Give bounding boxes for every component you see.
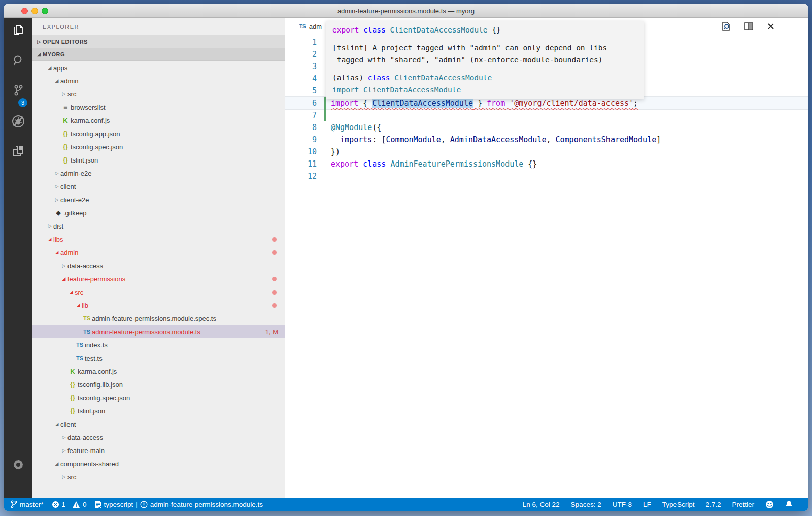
line-number: 3 (285, 62, 317, 71)
scm-changes-badge: 3 (18, 98, 27, 107)
tree-item-src[interactable]: ▷src (32, 470, 285, 483)
code-line-9[interactable]: 9 imports: [CommonModule, AdminDataAcces… (285, 134, 808, 146)
activity-bar: 3 (4, 18, 32, 498)
error-dot-badge (272, 237, 277, 242)
tree-item-tsconfig.spec.json[interactable]: {}tsconfig.spec.json (32, 140, 285, 153)
source-control-icon[interactable] (11, 83, 25, 98)
line-number: 11 (285, 159, 317, 169)
chevron-right-icon: ▷ (60, 448, 67, 453)
linter-status-item[interactable]: typescript | admin-feature-permissions.m… (95, 500, 263, 508)
tree-item-admin[interactable]: ◢admin (32, 74, 285, 87)
file-tree: ◢apps◢admin▷src≡browserslistKkarma.conf.… (32, 61, 285, 483)
tree-item-karma.conf.js[interactable]: Kkarma.conf.js (32, 365, 285, 378)
tree-item-feature-main[interactable]: ▷feature-main (32, 444, 285, 457)
tree-item-admin[interactable]: ◢admin (32, 246, 285, 259)
tree-item-src[interactable]: ▷src (32, 87, 285, 101)
linter-icon (95, 500, 101, 508)
vscode-window: admin-feature-permissions.module.ts — my… (4, 4, 808, 511)
tree-item-feature-permissions[interactable]: ◢feature-permissions (32, 272, 285, 285)
tree-item-label: libs (53, 236, 63, 243)
tree-item-tslint.json[interactable]: {}tslint.json (32, 153, 285, 167)
formatter-item[interactable]: Prettier (732, 501, 754, 508)
tree-item-label: browserslist (71, 104, 106, 111)
problems-item[interactable]: 1 0 (52, 501, 87, 508)
workspace-root-header[interactable]: ◢ MYORG (32, 48, 285, 61)
list-file-icon: ≡ (60, 103, 71, 111)
line-number: 2 (285, 50, 317, 59)
tree-item-label: client-e2e (60, 196, 89, 204)
tree-item-label: admin-feature-permissions.module.spec.ts (92, 315, 216, 322)
karma-file-icon: K (67, 368, 78, 375)
git-branch-item[interactable]: master* (10, 500, 44, 508)
line-number: 8 (285, 123, 317, 132)
tree-item-label: tslint.json (78, 407, 105, 415)
info-icon (140, 501, 148, 508)
tree-item-admin-e2e[interactable]: ▷admin-e2e (32, 167, 285, 180)
tree-item-test.ts[interactable]: TStest.ts (32, 351, 285, 365)
cursor-position-item[interactable]: Ln 6, Col 22 (523, 501, 560, 508)
search-icon[interactable] (11, 53, 25, 68)
open-editors-header[interactable]: ▷ OPEN EDITORS (32, 35, 285, 48)
editor-actions (721, 21, 776, 32)
desktop: admin-feature-permissions.module.ts — my… (0, 0, 812, 516)
window-title: admin-feature-permissions.module.ts — my… (4, 7, 808, 15)
tree-item-label: admin-e2e (60, 170, 91, 177)
tree-item-browserslist[interactable]: ≡browserslist (32, 101, 285, 114)
tree-item-tslint.json[interactable]: {}tslint.json (32, 404, 285, 417)
feedback-item[interactable] (765, 500, 774, 509)
notifications-item[interactable] (785, 500, 793, 509)
files-icon[interactable] (11, 23, 25, 37)
tree-item-data-access[interactable]: ▷data-access (32, 431, 285, 444)
chevron-down-icon: ◢ (53, 461, 60, 466)
tree-item-dist[interactable]: ▷dist (32, 219, 285, 233)
tree-item-client-e2e[interactable]: ▷client-e2e (32, 193, 285, 206)
sidebar-title: EXPLORER (32, 18, 285, 35)
tree-item-tsconfig.lib.json[interactable]: {}tsconfig.lib.json (32, 378, 285, 391)
tree-item-karma.conf.js[interactable]: Kkarma.conf.js (32, 114, 285, 127)
code-line-7[interactable]: 7 (285, 109, 808, 121)
gear-icon[interactable] (11, 458, 25, 472)
tree-item-tsconfig.app.json[interactable]: {}tsconfig.app.json (32, 127, 285, 140)
debug-icon[interactable] (11, 114, 25, 128)
code-line-8[interactable]: 8@NgModule({ (285, 121, 808, 134)
tree-item-admin-feature-permissions.module.spec.ts[interactable]: TSadmin-feature-permissions.module.spec.… (32, 312, 285, 325)
chevron-down-icon: ◢ (36, 52, 43, 57)
tree-item-components-shared[interactable]: ◢components-shared (32, 457, 285, 470)
tree-item-label: client (60, 183, 76, 190)
close-icon[interactable] (765, 21, 776, 32)
code-line-10[interactable]: 10}) (285, 146, 808, 158)
tree-item-client[interactable]: ▷client (32, 180, 285, 193)
code-line-11[interactable]: 11export class AdminFeaturePermissionsMo… (285, 158, 808, 170)
tree-item-label: tsconfig.lib.json (78, 381, 123, 389)
tree-item-tsconfig.spec.json[interactable]: {}tsconfig.spec.json (32, 391, 285, 404)
eol-item[interactable]: LF (643, 501, 651, 508)
chevron-right-icon: ▷ (53, 197, 60, 202)
open-preview-icon[interactable] (721, 21, 732, 32)
tree-item-label: src (67, 473, 76, 481)
chevron-right-icon: ▷ (60, 474, 67, 479)
tree-item-data-access[interactable]: ▷data-access (32, 259, 285, 272)
tree-item-apps[interactable]: ◢apps (32, 61, 285, 74)
json-file-icon: {} (60, 130, 71, 137)
tree-item-lib[interactable]: ◢lib (32, 299, 285, 312)
tree-item-.gitkeep[interactable]: ◆.gitkeep (32, 206, 285, 219)
line-number: 7 (285, 111, 317, 120)
tree-item-libs[interactable]: ◢libs (32, 233, 285, 246)
tree-item-admin-feature-permissions.module.ts[interactable]: TSadmin-feature-permissions.module.ts1, … (32, 325, 285, 338)
extensions-icon[interactable] (11, 144, 25, 158)
tab-admin-feature-permissions[interactable]: TS adm (299, 18, 322, 36)
error-dot-badge (272, 303, 277, 308)
language-item[interactable]: TypeScript (662, 501, 695, 508)
tree-item-label: test.ts (85, 354, 103, 362)
tree-item-src[interactable]: ◢src (32, 285, 285, 299)
encoding-item[interactable]: UTF-8 (613, 501, 632, 508)
title-bar[interactable]: admin-feature-permissions.module.ts — my… (4, 4, 808, 18)
split-editor-icon[interactable] (743, 21, 754, 32)
tree-item-client[interactable]: ◢client (32, 417, 285, 431)
tree-item-label: karma.conf.js (71, 117, 110, 124)
tree-item-label: .gitkeep (63, 209, 87, 217)
tree-item-index.ts[interactable]: TSindex.ts (32, 338, 285, 351)
ts-version-item[interactable]: 2.7.2 (705, 501, 721, 508)
code-line-12[interactable]: 12 (285, 170, 808, 182)
indentation-item[interactable]: Spaces: 2 (571, 501, 601, 508)
